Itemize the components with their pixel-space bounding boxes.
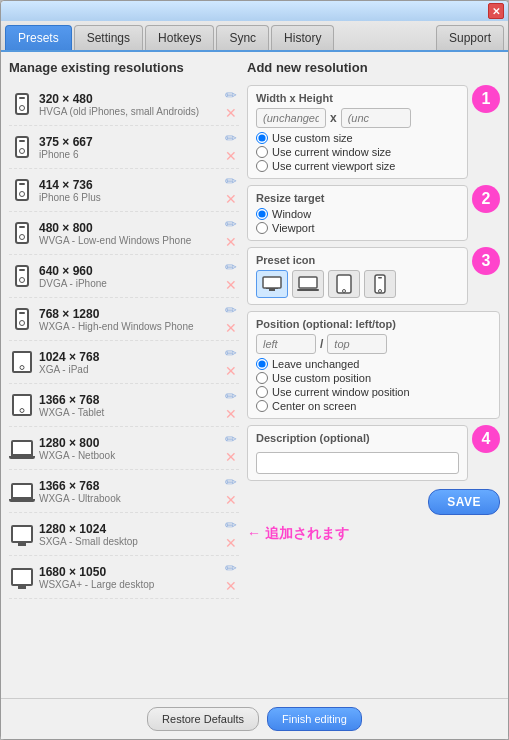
height-input[interactable] [341, 108, 411, 128]
tab-sync[interactable]: Sync [216, 25, 269, 50]
use-custom-position-option[interactable]: Use custom position [256, 372, 491, 384]
edit-icon[interactable]: ✏ [225, 216, 237, 232]
delete-icon[interactable]: ✕ [225, 148, 237, 164]
preset-phone-btn[interactable] [364, 270, 396, 298]
delete-icon[interactable]: ✕ [225, 406, 237, 422]
description-group: Description (optional) [247, 425, 468, 481]
viewport-label: Viewport [272, 222, 315, 234]
edit-icon[interactable]: ✏ [225, 388, 237, 404]
position-label: Position (optional: left/top) [256, 318, 491, 330]
delete-icon[interactable]: ✕ [225, 449, 237, 465]
tab-hotkeys[interactable]: Hotkeys [145, 25, 214, 50]
table-row[interactable]: 1024 × 768 XGA - iPad ✏ ✕ [9, 341, 239, 384]
preset-icon-label: Preset icon [256, 254, 459, 266]
use-custom-size-option[interactable]: Use custom size [256, 132, 459, 144]
resize-target-label: Resize target [256, 192, 459, 204]
tab-settings[interactable]: Settings [74, 25, 143, 50]
title-bar: ✕ [1, 1, 508, 21]
edit-icon[interactable]: ✏ [225, 345, 237, 361]
leave-unchanged-option[interactable]: Leave unchanged [256, 358, 491, 370]
delete-icon[interactable]: ✕ [225, 105, 237, 121]
table-row[interactable]: 1680 × 1050 WSXGA+ - Large desktop ✏ ✕ [9, 556, 239, 599]
res-desc: WXGA - Tablet [39, 407, 219, 418]
res-desc: HVGA (old iPhones, small Androids) [39, 106, 219, 117]
delete-icon[interactable]: ✕ [225, 492, 237, 508]
viewport-option[interactable]: Viewport [256, 222, 459, 234]
res-desc: SXGA - Small desktop [39, 536, 219, 547]
svg-rect-8 [378, 277, 382, 279]
table-row[interactable]: 1280 × 800 WXGA - Netbook ✏ ✕ [9, 427, 239, 470]
left-position-input[interactable] [256, 334, 316, 354]
save-button[interactable]: SAVE [428, 489, 500, 515]
use-window-position-option[interactable]: Use current window position [256, 386, 491, 398]
close-button[interactable]: ✕ [488, 3, 504, 19]
table-row[interactable]: 320 × 480 HVGA (old iPhones, small Andro… [9, 83, 239, 126]
table-row[interactable]: 480 × 800 WVGA - Low-end Windows Phone ✏… [9, 212, 239, 255]
right-panel-title: Add new resolution [247, 60, 500, 75]
finish-editing-button[interactable]: Finish editing [267, 707, 362, 731]
use-window-size-option[interactable]: Use current window size [256, 146, 459, 158]
preset-laptop-btn[interactable] [292, 270, 324, 298]
resize-target-section: Resize target Window Viewport 2 [247, 185, 500, 241]
restore-defaults-button[interactable]: Restore Defaults [147, 707, 259, 731]
table-row[interactable]: 1366 × 768 WXGA - Tablet ✏ ✕ [9, 384, 239, 427]
step-3-badge: 3 [472, 247, 500, 275]
preset-monitor-btn[interactable] [256, 270, 288, 298]
table-row[interactable]: 375 × 667 iPhone 6 ✏ ✕ [9, 126, 239, 169]
edit-icon[interactable]: ✏ [225, 259, 237, 275]
edit-icon[interactable]: ✏ [225, 87, 237, 103]
res-desc: WXGA - Netbook [39, 450, 219, 461]
svg-rect-1 [269, 289, 275, 291]
center-on-screen-option[interactable]: Center on screen [256, 400, 491, 412]
edit-icon[interactable]: ✏ [225, 517, 237, 533]
description-label: Description (optional) [256, 432, 459, 444]
delete-icon[interactable]: ✕ [225, 234, 237, 250]
left-panel-title: Manage existing resolutions [9, 60, 239, 75]
table-row[interactable]: 1366 × 768 WXGA - Ultrabook ✏ ✕ [9, 470, 239, 513]
delete-icon[interactable]: ✕ [225, 191, 237, 207]
device-icon-phone [11, 136, 33, 158]
delete-icon[interactable]: ✕ [225, 320, 237, 336]
res-size: 1366 × 768 [39, 479, 219, 493]
table-row[interactable]: 1280 × 1024 SXGA - Small desktop ✏ ✕ [9, 513, 239, 556]
width-height-group: Width x Height x Use custom size [247, 85, 468, 179]
tab-bar: Presets Settings Hotkeys Sync History Su… [1, 21, 508, 52]
preset-tablet-btn[interactable] [328, 270, 360, 298]
arrow-text: ← 追加されます [247, 525, 500, 543]
tab-history[interactable]: History [271, 25, 334, 50]
tab-support[interactable]: Support [436, 25, 504, 50]
res-desc: iPhone 6 Plus [39, 192, 219, 203]
device-icon-phone [11, 265, 33, 287]
edit-icon[interactable]: ✏ [225, 560, 237, 576]
tab-presets[interactable]: Presets [5, 25, 72, 50]
window-option[interactable]: Window [256, 208, 459, 220]
edit-icon[interactable]: ✏ [225, 302, 237, 318]
edit-icon[interactable]: ✏ [225, 431, 237, 447]
res-desc: DVGA - iPhone [39, 278, 219, 289]
preset-icon-group: Preset icon [247, 247, 468, 305]
width-input[interactable] [256, 108, 326, 128]
svg-rect-3 [299, 277, 317, 288]
table-row[interactable]: 414 × 736 iPhone 6 Plus ✏ ✕ [9, 169, 239, 212]
delete-icon[interactable]: ✕ [225, 363, 237, 379]
use-viewport-size-option[interactable]: Use current viewport size [256, 160, 459, 172]
edit-icon[interactable]: ✏ [225, 474, 237, 490]
top-position-input[interactable] [327, 334, 387, 354]
use-viewport-size-label: Use current viewport size [272, 160, 396, 172]
res-size: 320 × 480 [39, 92, 219, 106]
delete-icon[interactable]: ✕ [225, 535, 237, 551]
device-icon-laptop [11, 437, 33, 459]
use-custom-position-label: Use custom position [272, 372, 371, 384]
resize-target-group: Resize target Window Viewport [247, 185, 468, 241]
edit-icon[interactable]: ✏ [225, 130, 237, 146]
edit-icon[interactable]: ✏ [225, 173, 237, 189]
device-icon-phone [11, 222, 33, 244]
delete-icon[interactable]: ✕ [225, 578, 237, 594]
table-row[interactable]: 768 × 1280 WXGA - High-end Windows Phone… [9, 298, 239, 341]
delete-icon[interactable]: ✕ [225, 277, 237, 293]
res-desc: WXGA - Ultrabook [39, 493, 219, 504]
table-row[interactable]: 640 × 960 DVGA - iPhone ✏ ✕ [9, 255, 239, 298]
description-input[interactable] [256, 452, 459, 474]
device-icon-phone [11, 179, 33, 201]
res-desc: XGA - iPad [39, 364, 219, 375]
